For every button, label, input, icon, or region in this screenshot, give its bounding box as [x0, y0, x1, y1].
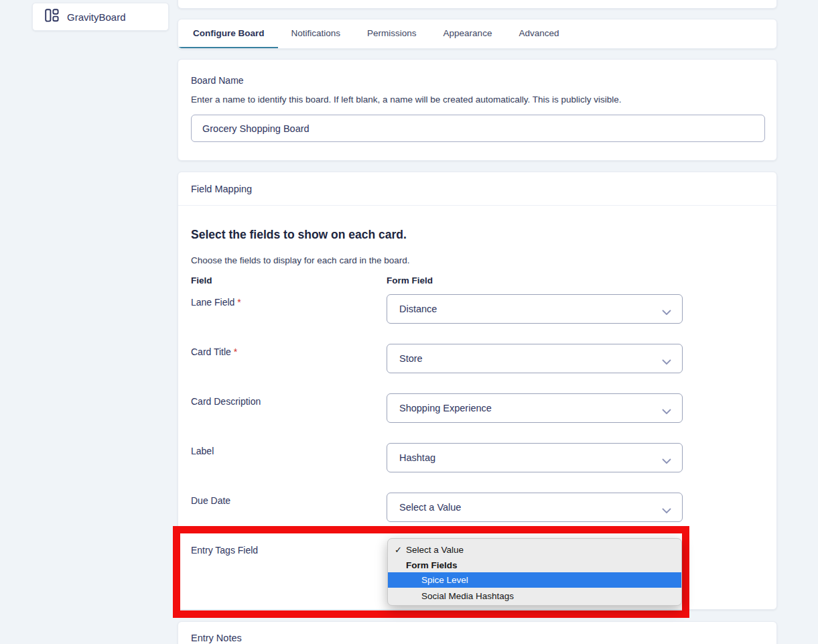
required-marker: * [234, 346, 237, 357]
kanban-board-icon [45, 9, 59, 25]
sidebar-item-gravityboard[interactable]: GravityBoard [32, 3, 169, 31]
tab-advanced[interactable]: Advanced [505, 19, 572, 49]
card-description-label: Card Description [191, 396, 261, 407]
lane-field-label: Lane Field * [191, 297, 241, 308]
column-header-form-field: Form Field [387, 275, 433, 285]
card-title-select[interactable]: Store [387, 344, 683, 373]
chevron-down-icon [662, 456, 671, 466]
menu-option-spice-level[interactable]: Spice Level [388, 572, 681, 588]
sidebar-item-label: GravityBoard [67, 11, 126, 23]
tab-notifications[interactable]: Notifications [278, 19, 354, 49]
field-mapping-subtitle: Choose the fields to display for each ca… [191, 255, 409, 265]
settings-tab-bar: Configure Board Notifications Permission… [178, 19, 777, 49]
lane-field-select[interactable]: Distance [387, 294, 683, 324]
entry-tags-dropdown-menu: ✓ Select a Value Form Fields Spice Level… [387, 538, 682, 606]
card-title-label: Card Title * [191, 346, 237, 357]
entry-tags-field-label: Entry Tags Field [191, 545, 258, 556]
chevron-down-icon [662, 357, 671, 367]
menu-option-social-media-hashtags[interactable]: Social Media Hashtags [388, 588, 681, 603]
label-field-select[interactable]: Hashtag [387, 443, 683, 472]
chevron-down-icon [662, 505, 671, 516]
board-name-description: Enter a name to identify this board. If … [191, 94, 622, 105]
board-name-section: Board Name Enter a name to identify this… [178, 59, 777, 161]
tab-appearance[interactable]: Appearance [430, 19, 506, 49]
due-date-label: Due Date [191, 495, 230, 506]
chevron-down-icon [662, 307, 671, 318]
menu-group-form-fields: Form Fields [388, 558, 681, 572]
due-date-select[interactable]: Select a Value [387, 493, 683, 522]
label-field-label: Label [191, 446, 214, 456]
column-header-field: Field [191, 275, 212, 285]
required-marker: * [237, 297, 241, 308]
field-mapping-header: Field Mapping [178, 172, 776, 206]
board-name-label: Board Name [191, 75, 244, 86]
menu-option-select-a-value[interactable]: ✓ Select a Value [388, 542, 681, 557]
top-card-fragment [178, 0, 777, 9]
field-mapping-title: Select the fields to show on each card. [191, 228, 407, 242]
checkmark-icon: ✓ [395, 545, 405, 555]
card-description-select[interactable]: Shopping Experience [387, 393, 683, 423]
chevron-down-icon [662, 406, 671, 417]
entry-notes-section: Entry Notes [178, 621, 777, 644]
tab-configure-board[interactable]: Configure Board [178, 19, 278, 49]
entry-notes-header: Entry Notes [191, 633, 242, 643]
tab-permissions[interactable]: Permissions [354, 19, 430, 49]
board-name-input[interactable] [191, 115, 765, 142]
